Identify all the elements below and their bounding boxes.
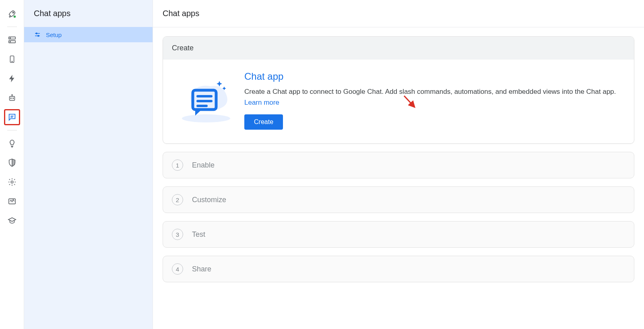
create-description: Create a Chat app to connect to Google C… xyxy=(244,86,625,108)
rail-item-activity[interactable] xyxy=(4,193,20,209)
step-label: Share xyxy=(192,265,211,273)
rail-separator xyxy=(7,27,17,27)
rail-item-bolt[interactable] xyxy=(4,70,20,87)
rocket-icon xyxy=(8,9,17,18)
learn-more-link[interactable]: Learn more xyxy=(244,99,279,106)
rail-item-rocket[interactable] xyxy=(4,6,20,22)
chat-app-illustration xyxy=(172,71,240,130)
step-label: Customize xyxy=(192,196,226,204)
svg-point-21 xyxy=(182,114,230,122)
side-item-setup[interactable]: Setup xyxy=(24,27,153,42)
side-item-label: Setup xyxy=(46,31,62,38)
create-button[interactable]: Create xyxy=(244,114,283,130)
svg-point-0 xyxy=(12,12,14,13)
svg-point-20 xyxy=(38,35,39,37)
step-label: Test xyxy=(192,230,205,239)
step-customize[interactable]: 2 Customize xyxy=(163,186,634,213)
step-test[interactable]: 3 Test xyxy=(163,221,634,248)
svg-point-15 xyxy=(11,181,13,183)
graduation-cap-icon xyxy=(8,216,17,225)
step-label: Enable xyxy=(192,161,215,170)
bolt-icon xyxy=(8,74,17,83)
svg-point-19 xyxy=(36,33,37,34)
page-title: Chat apps xyxy=(153,0,644,27)
svg-point-9 xyxy=(10,98,11,99)
create-card: Create Chat app xyxy=(163,36,634,144)
rail-item-chat[interactable] xyxy=(4,109,20,125)
create-heading: Chat app xyxy=(244,71,625,82)
svg-point-5 xyxy=(10,41,10,42)
main-body: Create Chat app xyxy=(153,27,644,291)
side-panel-title: Chat apps xyxy=(24,0,153,27)
rail-item-lightbulb[interactable] xyxy=(4,135,20,151)
rail-item-shield[interactable] xyxy=(4,155,20,171)
step-number: 4 xyxy=(172,263,183,275)
create-content: Chat app Create a Chat app to connect to… xyxy=(244,71,625,130)
lightbulb-icon xyxy=(8,139,17,148)
shield-icon xyxy=(8,158,17,167)
svg-rect-8 xyxy=(9,96,14,100)
step-number: 2 xyxy=(172,194,183,205)
sliders-icon xyxy=(34,31,41,38)
activity-icon xyxy=(8,197,17,206)
server-icon xyxy=(8,35,17,44)
step-number: 3 xyxy=(172,229,183,240)
rail-item-learn[interactable] xyxy=(4,213,20,229)
rail-item-mobile[interactable] xyxy=(4,51,20,67)
svg-point-1 xyxy=(13,16,15,18)
chat-icon xyxy=(8,113,17,122)
svg-point-4 xyxy=(10,38,10,38)
rail-item-server[interactable] xyxy=(4,32,20,48)
step-number: 1 xyxy=(172,159,183,171)
rail-item-settings[interactable] xyxy=(4,174,20,190)
step-enable[interactable]: 1 Enable xyxy=(163,152,634,178)
svg-point-12 xyxy=(12,95,12,95)
mobile-icon xyxy=(8,55,17,64)
create-card-body: Chat app Create a Chat app to connect to… xyxy=(163,60,634,143)
icon-rail xyxy=(0,0,24,329)
robot-icon xyxy=(8,93,17,102)
side-panel: Chat apps Setup xyxy=(24,0,153,329)
create-card-title: Create xyxy=(163,37,634,60)
rail-item-robot[interactable] xyxy=(4,90,20,106)
rail-separator xyxy=(7,130,17,130)
svg-point-7 xyxy=(12,61,12,62)
main: Chat apps Create xyxy=(153,0,644,329)
step-share[interactable]: 4 Share xyxy=(163,256,634,282)
svg-point-10 xyxy=(12,98,13,99)
gear-icon xyxy=(8,178,17,186)
